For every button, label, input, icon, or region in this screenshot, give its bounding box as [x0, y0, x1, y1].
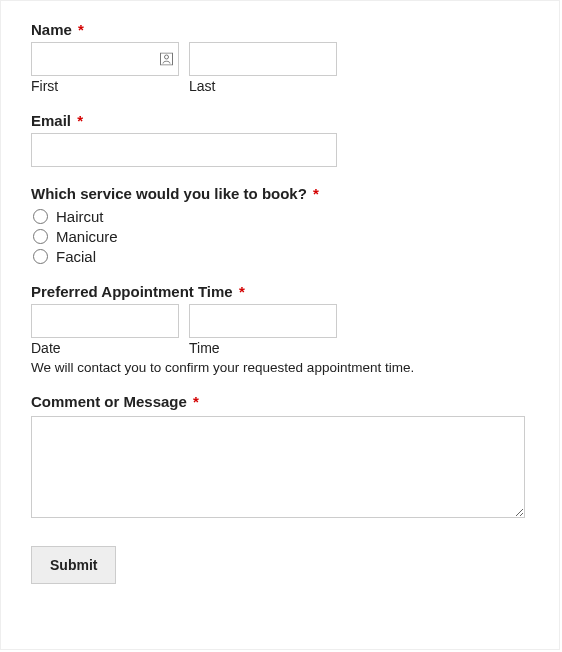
required-marker: *	[193, 393, 199, 410]
service-option-label: Facial	[56, 248, 96, 265]
required-marker: *	[239, 283, 245, 300]
name-field: Name * First Las	[31, 21, 529, 94]
time-input[interactable]	[189, 304, 337, 338]
required-marker: *	[313, 185, 319, 202]
comment-textarea[interactable]	[31, 416, 525, 518]
submit-button[interactable]: Submit	[31, 546, 116, 584]
service-option-facial[interactable]: Facial	[33, 248, 529, 265]
last-name-sublabel: Last	[189, 78, 337, 94]
service-label-text: Which service would you like to book?	[31, 185, 307, 202]
date-sublabel: Date	[31, 340, 179, 356]
last-name-input[interactable]	[189, 42, 337, 76]
required-marker: *	[77, 112, 83, 129]
service-option-label: Manicure	[56, 228, 118, 245]
email-input[interactable]	[31, 133, 337, 167]
first-name-sublabel: First	[31, 78, 179, 94]
first-name-input[interactable]	[31, 42, 179, 76]
comment-label: Comment or Message *	[31, 393, 529, 410]
email-label-text: Email	[31, 112, 71, 129]
required-marker: *	[78, 21, 84, 38]
service-option-manicure[interactable]: Manicure	[33, 228, 529, 245]
name-label-text: Name	[31, 21, 72, 38]
name-label: Name *	[31, 21, 529, 38]
time-sublabel: Time	[189, 340, 337, 356]
email-field: Email *	[31, 112, 529, 167]
service-radio-manicure[interactable]	[33, 229, 48, 244]
service-label: Which service would you like to book? *	[31, 185, 529, 202]
appointment-field: Preferred Appointment Time * Date Time W…	[31, 283, 529, 375]
submit-row: Submit	[31, 546, 529, 584]
comment-label-text: Comment or Message	[31, 393, 187, 410]
appointment-label: Preferred Appointment Time *	[31, 283, 529, 300]
comment-field: Comment or Message *	[31, 393, 529, 522]
appointment-label-text: Preferred Appointment Time	[31, 283, 233, 300]
date-input[interactable]	[31, 304, 179, 338]
service-radio-facial[interactable]	[33, 249, 48, 264]
service-field: Which service would you like to book? * …	[31, 185, 529, 265]
service-option-label: Haircut	[56, 208, 104, 225]
booking-form-panel: Name * First Las	[0, 0, 560, 650]
service-option-haircut[interactable]: Haircut	[33, 208, 529, 225]
service-radio-haircut[interactable]	[33, 209, 48, 224]
appointment-hint: We will contact you to confirm your requ…	[31, 360, 529, 375]
email-label: Email *	[31, 112, 529, 129]
